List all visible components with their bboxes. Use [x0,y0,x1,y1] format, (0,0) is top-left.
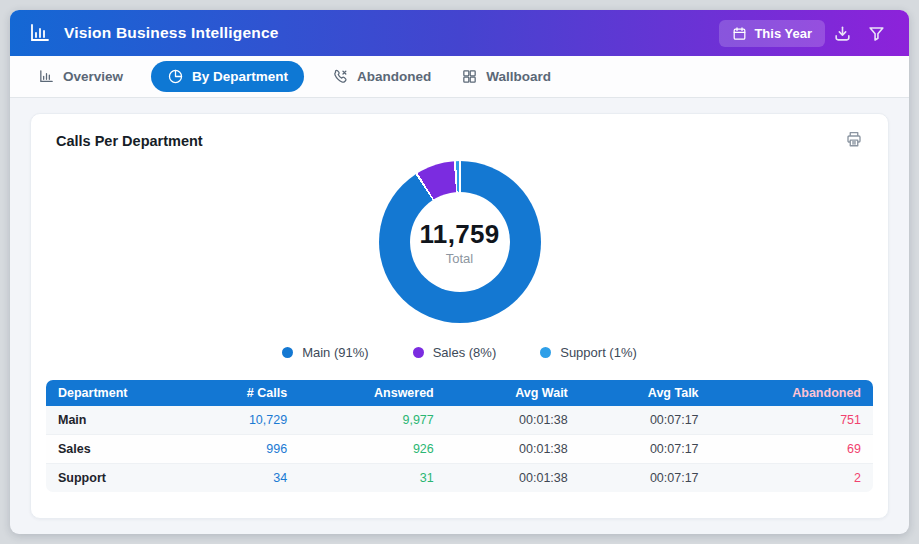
period-selector-label: This Year [754,26,812,41]
page-content: Calls Per Department 11,759 Total [10,98,909,534]
cell-abandoned: 2 [711,464,873,492]
tab-wallboard-label: Wallboard [486,69,551,84]
cell-avg-wait: 00:01:38 [446,406,580,435]
column-header-abandoned[interactable]: Abandoned [711,380,873,406]
app-title: Vision Business Intelligence [64,24,719,42]
filter-funnel-icon [867,24,886,43]
legend-label-support: Support (1%) [560,345,637,360]
download-icon [833,24,852,43]
department-stats-table: Department # Calls Answered Avg Wait Avg… [46,380,873,492]
cell-answered: 9,977 [299,406,446,435]
table-row-main[interactable]: Main 10,729 9,977 00:01:38 00:07:17 751 [46,406,873,435]
print-button[interactable] [845,130,863,151]
donut-total-value: 11,759 [420,219,500,250]
cell-department: Main [46,406,187,435]
cell-department: Sales [46,435,187,464]
card-title: Calls Per Department [56,133,203,149]
tab-by-department[interactable]: By Department [151,61,304,92]
cell-answered: 31 [299,464,446,492]
cell-avg-talk: 00:07:17 [580,464,711,492]
column-header-avg-wait[interactable]: Avg Wait [446,380,580,406]
tab-overview[interactable]: Overview [36,61,125,92]
bar-chart-icon [38,68,55,85]
chart-legend: Main (91%) Sales (8%) Support (1%) [46,345,873,360]
tab-wallboard[interactable]: Wallboard [459,61,553,92]
cell-calls: 34 [187,464,300,492]
legend-dot-sales [413,347,424,358]
cell-abandoned: 751 [711,406,873,435]
table-row-sales[interactable]: Sales 996 926 00:01:38 00:07:17 69 [46,435,873,464]
tab-bar: Overview By Department Abandoned Wallboa… [10,56,909,98]
download-button[interactable] [825,18,859,48]
period-selector-button[interactable]: This Year [719,20,825,47]
tab-overview-label: Overview [63,69,123,84]
calls-per-department-card: Calls Per Department 11,759 Total [30,113,889,519]
donut-chart[interactable]: 11,759 Total [379,161,541,323]
printer-icon [845,130,863,148]
column-header-calls[interactable]: # Calls [187,380,300,406]
pie-chart-icon [167,68,184,85]
header-bar: Vision Business Intelligence This Year [10,10,909,56]
cell-department: Support [46,464,187,492]
tab-abandoned-label: Abandoned [357,69,431,84]
tab-by-department-label: By Department [192,69,288,84]
tab-abandoned[interactable]: Abandoned [330,61,433,92]
legend-label-sales: Sales (8%) [433,345,497,360]
table-row-support[interactable]: Support 34 31 00:01:38 00:07:17 2 [46,464,873,492]
app-window: Vision Business Intelligence This Year O… [10,10,909,534]
calendar-icon [732,26,747,41]
cell-abandoned: 69 [711,435,873,464]
donut-center: 11,759 Total [410,192,510,292]
legend-item-main[interactable]: Main (91%) [282,345,368,360]
cell-avg-talk: 00:07:17 [580,435,711,464]
cell-avg-wait: 00:01:38 [446,464,580,492]
table-header-row: Department # Calls Answered Avg Wait Avg… [46,380,873,406]
cell-avg-talk: 00:07:17 [580,406,711,435]
bar-chart-logo-icon [28,21,52,45]
legend-label-main: Main (91%) [302,345,368,360]
grid-icon [461,68,478,85]
column-header-answered[interactable]: Answered [299,380,446,406]
cell-calls: 10,729 [187,406,300,435]
filter-button[interactable] [859,18,893,48]
donut-total-label: Total [446,251,473,266]
legend-dot-main [282,347,293,358]
legend-item-support[interactable]: Support (1%) [540,345,637,360]
cell-calls: 996 [187,435,300,464]
column-header-avg-talk[interactable]: Avg Talk [580,380,711,406]
legend-dot-support [540,347,551,358]
legend-item-sales[interactable]: Sales (8%) [413,345,497,360]
cell-answered: 926 [299,435,446,464]
phone-missed-icon [332,68,349,85]
column-header-department[interactable]: Department [46,380,187,406]
cell-avg-wait: 00:01:38 [446,435,580,464]
